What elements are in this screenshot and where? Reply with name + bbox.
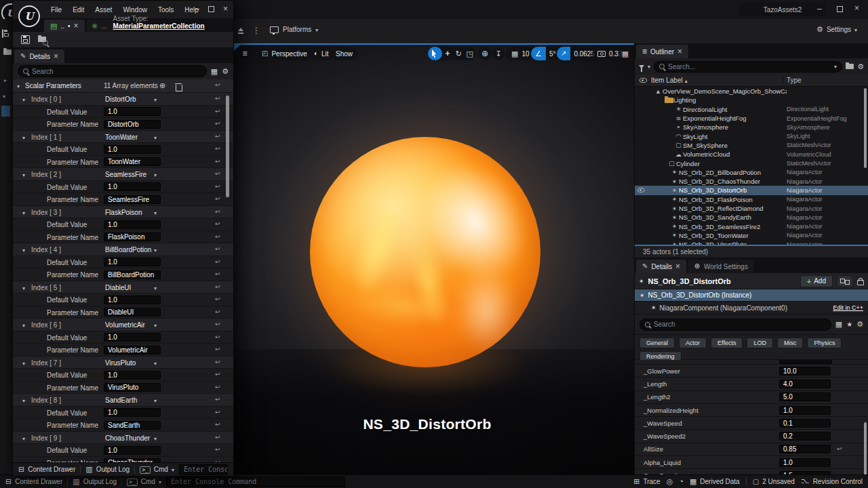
save-icon[interactable]: [2, 29, 3, 38]
close-icon[interactable]: [675, 262, 680, 270]
close-icon[interactable]: [54, 52, 58, 60]
reset-icon[interactable]: [215, 359, 220, 365]
param-dropdown-value[interactable]: VirusPluto: [105, 359, 136, 367]
reset-icon[interactable]: [215, 108, 220, 115]
filter-chip[interactable]: Misc: [777, 338, 804, 348]
reset-icon[interactable]: [215, 146, 220, 152]
maximize-button[interactable]: [837, 6, 843, 12]
tab-details[interactable]: Details: [636, 260, 686, 273]
outliner-row[interactable]: ◠ SkyLight SkyLight: [635, 131, 868, 140]
property-value-input[interactable]: 0.1: [779, 419, 831, 428]
asset-tab-active[interactable]: .. •: [44, 20, 85, 32]
property-value-input[interactable]: 5.0: [779, 392, 831, 401]
outliner-row[interactable]: ▢ Cylinder StaticMeshActor: [635, 159, 868, 167]
cmd-dropdown[interactable]: Cmd: [127, 478, 161, 485]
reset-icon[interactable]: [215, 196, 220, 202]
param-index-row[interactable]: Index [ 0 ] DistortOrb: [13, 93, 233, 106]
outliner-row[interactable]: ✶ NS_Orb_3D_SandyEarth NiagaraActor: [635, 213, 868, 222]
collapse-arrow-icon[interactable]: [22, 322, 25, 329]
property-value-input[interactable]: 10.0: [779, 367, 831, 375]
default-value-input[interactable]: 1.0: [104, 371, 161, 380]
param-index-row[interactable]: Index [ 4 ] BillBoardPotion: [13, 243, 233, 256]
reset-icon[interactable]: [215, 447, 220, 453]
collapse-arrow-icon[interactable]: [17, 83, 20, 89]
minimize-button[interactable]: [195, 5, 199, 13]
add-component-button[interactable]: + Add: [800, 275, 833, 287]
create-folder-icon[interactable]: [846, 64, 854, 69]
content-drawer-button[interactable]: Content Drawer: [5, 478, 62, 485]
gear-icon[interactable]: [856, 321, 863, 328]
chevron-down-icon[interactable]: [154, 96, 157, 103]
reset-icon[interactable]: [215, 82, 220, 88]
default-value-input[interactable]: 1.0: [104, 107, 161, 116]
scale-tool-button[interactable]: [465, 47, 475, 60]
timing-icon[interactable]: [679, 478, 684, 485]
outliner-row[interactable]: ✶ NS_Orb_3D_FlaskPoison NiagaraActor: [635, 195, 868, 204]
outliner-row[interactable]: ✶ NS_Orb_3D_ReflectDiamond NiagaraActor: [635, 204, 868, 213]
param-dropdown-value[interactable]: ChoasThunder: [105, 434, 150, 442]
move-tool-button[interactable]: [442, 47, 453, 60]
close-button[interactable]: [223, 5, 228, 13]
outliner-row[interactable]: ☀ DirectionalLight DirectionalLight: [635, 105, 868, 114]
instance-row[interactable]: NS_Orb_3D_DistortOrb (Instance): [635, 289, 868, 302]
default-value-input[interactable]: 1.0: [104, 220, 161, 229]
collapse-arrow-icon[interactable]: [22, 134, 25, 141]
collapse-arrow-icon[interactable]: [22, 171, 25, 178]
default-value-input[interactable]: 1.0: [104, 145, 161, 154]
default-value-input[interactable]: 1.0: [104, 182, 161, 191]
param-dropdown-value[interactable]: DistortOrb: [105, 96, 136, 103]
platforms-button[interactable]: Platforms: [270, 26, 318, 33]
outliner-row[interactable]: ◓ SkyAtmosphere SkyAtmosphere: [635, 123, 868, 131]
trace-button[interactable]: Trace: [633, 478, 660, 485]
menu-item[interactable]: Edit: [73, 6, 84, 14]
menu-item[interactable]: Asset: [95, 6, 112, 14]
parameter-search-input[interactable]: Search: [18, 65, 207, 77]
close-icon[interactable]: [73, 22, 78, 30]
perspective-button[interactable]: Perspective: [256, 47, 313, 60]
reset-icon[interactable]: [215, 371, 220, 378]
display-options-icon[interactable]: [835, 321, 842, 328]
param-index-row[interactable]: Index [ 5 ] DiableUI: [13, 281, 233, 294]
menu-item[interactable]: Tools: [158, 6, 174, 14]
reset-icon[interactable]: [215, 309, 220, 315]
default-value-input[interactable]: 1.0: [104, 333, 161, 342]
filter-chip[interactable]: General: [639, 338, 675, 348]
derived-data-button[interactable]: Derived Data: [690, 478, 740, 485]
reset-icon[interactable]: [215, 184, 220, 190]
param-index-row[interactable]: Index [ 8 ] SandEarth: [13, 394, 233, 407]
menu-item[interactable]: File: [51, 6, 62, 14]
save-icon[interactable]: [21, 35, 30, 44]
chevron-down-icon[interactable]: [154, 247, 157, 253]
outliner-row[interactable]: ≋ ExponentialHeightFog ExponentialHeight…: [635, 114, 868, 123]
reset-icon[interactable]: [215, 171, 220, 177]
browse-to-asset-icon[interactable]: [38, 36, 46, 43]
edit-in-cpp-link[interactable]: Edit in C++: [833, 304, 863, 311]
param-index-row[interactable]: Index [ 1 ] ToonWater: [13, 131, 233, 144]
reset-icon[interactable]: [215, 96, 220, 102]
unsaved-button[interactable]: 2 Unsaved: [753, 478, 795, 485]
outliner-row[interactable]: ✶ NS_Orb_2D_BillboardPotion NiagaraActor: [635, 168, 868, 177]
reset-icon[interactable]: [215, 121, 220, 127]
param-index-row[interactable]: Index [ 7 ] VirusPluto: [13, 357, 233, 369]
tab-world-settings[interactable]: World Settings: [688, 260, 754, 273]
reset-icon[interactable]: [215, 422, 220, 428]
gear-icon[interactable]: [222, 68, 229, 75]
property-value-input[interactable]: 0.2: [779, 432, 831, 441]
default-value-input[interactable]: 1.0: [104, 296, 161, 304]
close-icon[interactable]: [677, 47, 682, 56]
parameter-name-input[interactable]: ToonWater: [104, 157, 161, 166]
console-command-input[interactable]: Enter Console Command: [166, 476, 345, 487]
more-options-icon[interactable]: [252, 26, 260, 35]
reset-icon[interactable]: [215, 271, 220, 277]
property-value-input[interactable]: 1.0: [779, 406, 831, 415]
filter-chip[interactable]: Actor: [679, 338, 707, 348]
chevron-down-icon[interactable]: [154, 322, 157, 329]
chevron-down-icon[interactable]: [154, 171, 157, 178]
filter-chip[interactable]: LOD: [747, 338, 773, 348]
filter-chip[interactable]: Effects: [711, 338, 743, 348]
folder-icon[interactable]: [3, 49, 12, 55]
reset-icon[interactable]: [215, 234, 220, 240]
parameter-name-input[interactable]: VirusPluto: [104, 383, 161, 392]
gear-icon[interactable]: [857, 63, 864, 70]
maximize-viewport-button[interactable]: [618, 47, 632, 60]
